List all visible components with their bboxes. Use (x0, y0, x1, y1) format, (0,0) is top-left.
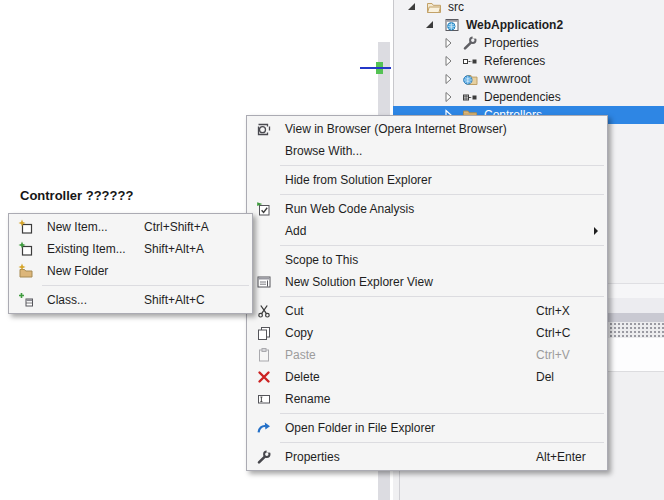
expanded-arrow-icon[interactable] (404, 0, 426, 15)
solution-explorer-tree: srcWebApplication2PropertiesReferencesww… (393, 0, 664, 124)
new-folder-icon (18, 263, 34, 279)
icon-spacer (256, 223, 272, 239)
rename-icon (256, 391, 272, 407)
wwwroot-icon (462, 71, 478, 87)
properties-wrench-icon (256, 449, 272, 465)
icon-spacer (256, 252, 272, 268)
wrench-icon (462, 35, 478, 51)
collapsed-arrow-icon[interactable] (440, 71, 462, 87)
delete-icon (256, 369, 272, 385)
menu-item-browse-with[interactable]: Browse With... (247, 140, 607, 162)
menu-item-label: New Item... (47, 220, 108, 234)
add-submenu: New Item...Ctrl+Shift+AExisting Item...S… (8, 213, 253, 314)
menu-item-label: View in Browser (Opera Internet Browser) (285, 122, 507, 136)
tree-item-label: src (448, 0, 464, 16)
menu-separator (280, 165, 604, 166)
menu-item-hide-from-solution-explorer[interactable]: Hide from Solution Explorer (247, 169, 607, 191)
menu-item-rename[interactable]: Rename (247, 388, 607, 410)
dependencies-icon (462, 89, 478, 105)
menu-separator (280, 194, 604, 195)
menu-item-new-folder[interactable]: New Folder (9, 260, 252, 282)
references-icon (462, 53, 478, 69)
menu-item-label: Open Folder in File Explorer (285, 421, 435, 435)
menu-item-label: Rename (285, 392, 330, 406)
menu-item-shortcut: Ctrl+Shift+A (144, 216, 209, 238)
menu-item-label: Class... (47, 293, 87, 307)
menu-item-shortcut: Alt+Enter (536, 446, 586, 468)
menu-separator (280, 442, 604, 443)
menu-separator (280, 245, 604, 246)
annotation-controller-missing: Controller ?????? (20, 188, 133, 203)
menu-item-new-solution-explorer-view[interactable]: New Solution Explorer View (247, 271, 607, 293)
collapsed-arrow-icon[interactable] (440, 89, 462, 105)
new-item-icon (18, 219, 34, 235)
existing-item-icon (18, 241, 34, 257)
collapsed-arrow-icon[interactable] (440, 53, 462, 69)
menu-item-shortcut: Del (536, 366, 554, 388)
collapsed-arrow-icon[interactable] (440, 35, 462, 51)
menu-item-label: Run Web Code Analysis (285, 202, 414, 216)
menu-item-shortcut: Ctrl+C (536, 322, 570, 344)
web-code-analysis-icon (256, 201, 272, 217)
open-folder-explorer-icon (256, 420, 272, 436)
menu-item-label: Paste (285, 348, 316, 362)
menu-item-shortcut: Shift+Alt+C (144, 289, 205, 311)
tree-item-webapplication2[interactable]: WebApplication2 (393, 16, 664, 34)
menu-item-shortcut: Ctrl+X (536, 300, 570, 322)
menu-item-shortcut: Ctrl+V (536, 344, 570, 366)
menu-separator (280, 413, 604, 414)
tree-item-label: References (484, 52, 545, 70)
menu-item-add[interactable]: Add (247, 220, 607, 242)
menu-item-paste: PasteCtrl+V (247, 344, 607, 366)
menu-item-new-item[interactable]: New Item...Ctrl+Shift+A (9, 216, 252, 238)
menu-item-scope-to-this[interactable]: Scope to This (247, 249, 607, 271)
cut-icon (256, 303, 272, 319)
menu-item-label: Delete (285, 370, 320, 384)
menu-item-label: Scope to This (285, 253, 358, 267)
tree-item-references[interactable]: References (393, 52, 664, 70)
menu-item-cut[interactable]: CutCtrl+X (247, 300, 607, 322)
menu-item-copy[interactable]: CopyCtrl+C (247, 322, 607, 344)
tree-item-label: Dependencies (484, 88, 561, 106)
menu-item-existing-item[interactable]: Existing Item...Shift+Alt+A (9, 238, 252, 260)
menu-separator (42, 285, 249, 286)
menu-item-label: Cut (285, 304, 304, 318)
tree-item-wwwroot[interactable]: wwwroot (393, 70, 664, 88)
tree-item-label: wwwroot (484, 70, 531, 88)
menu-item-view-in-browser-opera-internet-browser[interactable]: View in Browser (Opera Internet Browser) (247, 118, 607, 140)
menu-item-label: Add (285, 224, 306, 238)
folder-open-icon (426, 0, 442, 15)
menu-item-label: Properties (285, 450, 340, 464)
tree-item-src[interactable]: src (393, 0, 664, 16)
menu-item-class[interactable]: Class...Shift+Alt+C (9, 289, 252, 311)
menu-item-label: Existing Item... (47, 242, 126, 256)
expanded-arrow-icon[interactable] (422, 17, 444, 33)
paste-icon (256, 347, 272, 363)
scrollbar-caret-marker (360, 67, 391, 69)
tree-item-dependencies[interactable]: Dependencies (393, 88, 664, 106)
menu-item-label: Hide from Solution Explorer (285, 173, 432, 187)
menu-item-open-folder-in-file-explorer[interactable]: Open Folder in File Explorer (247, 417, 607, 439)
menu-item-label: New Folder (47, 264, 108, 278)
menu-item-run-web-code-analysis[interactable]: Run Web Code Analysis (247, 198, 607, 220)
icon-spacer (256, 172, 272, 188)
web-project-icon (444, 17, 460, 33)
menu-item-delete[interactable]: DeleteDel (247, 366, 607, 388)
tree-item-label: Properties (484, 34, 539, 52)
menu-item-properties[interactable]: PropertiesAlt+Enter (247, 446, 607, 468)
solution-explorer-view-icon (256, 274, 272, 290)
menu-item-label: Browse With... (285, 144, 362, 158)
tree-item-properties[interactable]: Properties (393, 34, 664, 52)
menu-item-label: New Solution Explorer View (285, 275, 433, 289)
copy-icon (256, 325, 272, 341)
context-menu: View in Browser (Opera Internet Browser)… (246, 115, 608, 471)
visual-studio-screenshot: srcWebApplication2PropertiesReferencesww… (0, 0, 664, 500)
submenu-arrow-icon (594, 227, 598, 235)
menu-item-shortcut: Shift+Alt+A (144, 238, 204, 260)
menu-item-label: Copy (285, 326, 313, 340)
icon-spacer (256, 143, 272, 159)
menu-separator (280, 296, 604, 297)
tree-item-label: WebApplication2 (466, 16, 563, 34)
browser-icon (256, 121, 272, 137)
add-class-icon (18, 292, 34, 308)
